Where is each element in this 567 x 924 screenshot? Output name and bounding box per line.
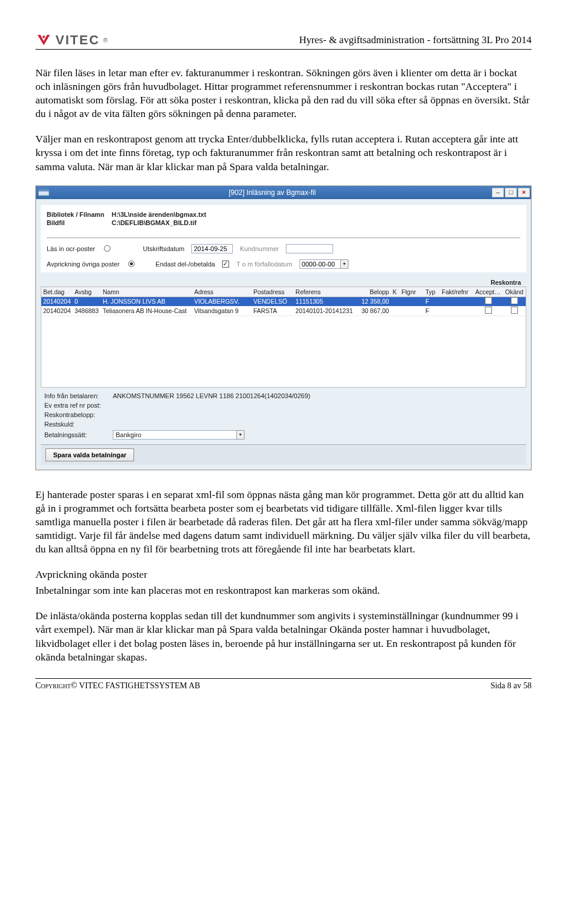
endast-label: Endast del-/obetalda — [155, 261, 215, 268]
vitec-logo-icon — [35, 33, 52, 47]
titlebar: [902] Inläsning av Bgmax-fil – □ × — [36, 186, 531, 199]
paragraph-5: De inlästa/okända posterna kopplas sedan… — [35, 609, 532, 663]
save-button[interactable]: Spara valda betalningar — [45, 448, 134, 461]
utskriftsdatum-input[interactable] — [191, 244, 233, 253]
tom-input[interactable] — [299, 259, 341, 269]
acceptera-checkbox[interactable] — [485, 297, 492, 304]
copyright-text: Copyright© VITEC FASTIGHETSSYSTEM AB — [35, 681, 200, 690]
minimize-button[interactable]: – — [492, 188, 504, 197]
las-in-radio[interactable] — [104, 245, 110, 252]
kundnummer-label: Kundnummer — [240, 245, 279, 252]
maximize-button[interactable]: □ — [505, 188, 517, 197]
col-faktrefnr: Fakt/refnr — [440, 287, 474, 297]
bildfil-value: C:\DEFLIB\BGMAX_BILD.tif — [112, 219, 197, 226]
col-typ: Typ — [423, 287, 440, 297]
tom-dropdown-arrow[interactable]: ▾ — [340, 259, 348, 269]
lower-info-panel: Info från betalaren: ANKOMSTNUMMER 19562… — [41, 388, 526, 444]
table-row[interactable]: 20140204 3486883 Teliasonera AB IN-House… — [41, 307, 526, 316]
table-empty-area — [41, 316, 526, 387]
bibliotek-label: Bibliotek / Filnamn — [47, 211, 112, 218]
col-k: K — [391, 287, 400, 297]
paragraph-3: Ej hanterade poster sparas i en separat … — [35, 488, 532, 556]
col-okand: Okänd — [503, 287, 526, 297]
sub-heading: Avprickning okända poster — [35, 568, 532, 581]
logo-registered: ® — [103, 37, 107, 44]
avprickning-radio[interactable] — [128, 261, 135, 267]
betalningssatt-label: Betalningssätt: — [44, 431, 109, 438]
acceptera-checkbox[interactable] — [485, 307, 492, 314]
bottom-bar: Spara valda betalningar — [41, 444, 526, 465]
bildfil-label: Bildfil — [47, 219, 112, 226]
paragraph-2: Väljer man en reskontrapost genom att tr… — [35, 132, 532, 173]
paragraph-4: Inbetalningar som inte kan placeras mot … — [35, 584, 532, 597]
kundnummer-input[interactable] — [286, 244, 333, 253]
reskontra-group-label: Reskontra — [491, 279, 521, 286]
header-title: Hyres- & avgiftsadministration - fortsät… — [299, 34, 532, 46]
col-postadress: Postadress — [252, 287, 294, 297]
okand-checkbox[interactable] — [511, 297, 518, 304]
col-ftgnr: Ftgnr — [400, 287, 423, 297]
data-table: Reskontra Bet.dag Avsbg Namn Adress Post… — [41, 287, 526, 388]
app-window: [902] Inläsning av Bgmax-fil – □ × Bibli… — [35, 186, 532, 470]
betalningssatt-select[interactable]: Bankgiro — [113, 430, 237, 440]
reskontrabelopp-label: Reskontrabelopp: — [44, 411, 109, 418]
page-number: Sida 8 av 58 — [490, 681, 532, 691]
avprickning-label: Avprickning övriga poster — [47, 261, 119, 268]
betalningssatt-dropdown-arrow[interactable]: ▾ — [236, 430, 245, 440]
col-namn: Namn — [101, 287, 193, 297]
close-button[interactable]: × — [518, 188, 530, 197]
info-from-payer-label: Info från betalaren: — [44, 392, 109, 399]
extra-ref-label: Ev extra ref nr post: — [44, 402, 109, 409]
col-acceptera: Acceptera — [474, 287, 503, 297]
bibliotek-value: H:\3L\nside ärenden\bgmax.txt — [112, 211, 206, 218]
col-avsbg: Avsbg — [73, 287, 101, 297]
col-adress: Adress — [193, 287, 252, 297]
svg-point-0 — [43, 35, 45, 38]
tom-label: T o m förfallodatum — [236, 261, 292, 268]
form-area: Bibliotek / Filnamn H:\3L\nside ärenden\… — [41, 205, 526, 272]
svg-rect-2 — [38, 190, 49, 191]
restskuld-label: Restskuld: — [44, 421, 109, 428]
page-header: VITEC ® Hyres- & avgiftsadministration -… — [35, 32, 532, 50]
paragraph-1: När filen läses in letar man efter ev. f… — [35, 66, 532, 121]
utskriftsdatum-label: Utskriftsdatum — [143, 245, 184, 252]
endast-checkbox[interactable] — [222, 261, 229, 268]
col-referens: Referens — [294, 287, 358, 297]
table-header: Reskontra Bet.dag Avsbg Namn Adress Post… — [41, 287, 526, 297]
logo: VITEC ® — [35, 32, 107, 48]
info-from-payer-value: ANKOMSTNUMMER 19562 LEVNR 1186 21001264(… — [113, 392, 310, 399]
window-icon — [38, 188, 49, 197]
okand-checkbox[interactable] — [511, 307, 518, 314]
table-row[interactable]: 20140204 0 H. JONSSON LIVS AB VIOLABERGS… — [41, 297, 526, 307]
window-title: [902] Inläsning av Bgmax-fil — [53, 188, 492, 197]
logo-text: VITEC — [56, 32, 100, 48]
divider — [47, 231, 520, 238]
col-belopp: Belopp — [359, 287, 391, 297]
col-betdag: Bet.dag — [41, 287, 73, 297]
las-in-label: Läs in ocr-poster — [47, 245, 95, 252]
